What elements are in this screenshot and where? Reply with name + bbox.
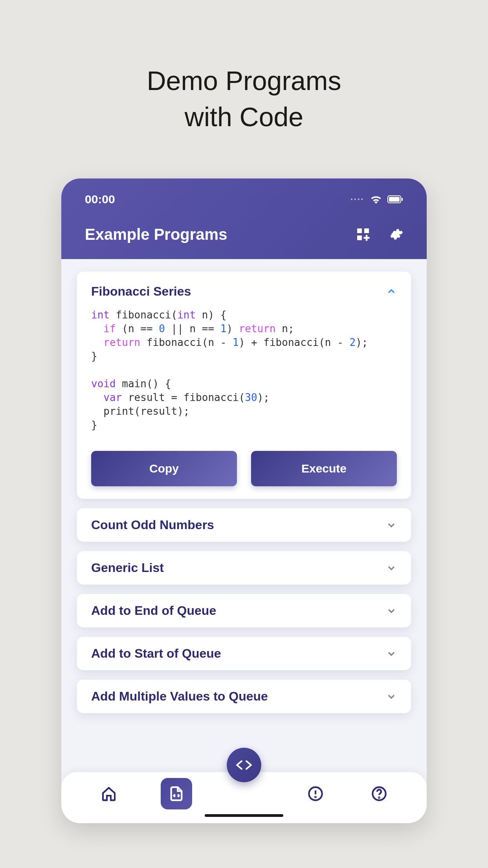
card-title: Add Multiple Values to Queue <box>91 689 268 704</box>
svg-rect-5 <box>357 235 362 240</box>
svg-point-10 <box>379 797 380 798</box>
content-area: Fibonacci Series int fibonacci(int n) { … <box>61 259 427 823</box>
svg-rect-1 <box>389 197 400 202</box>
card-title: Fibonacci Series <box>91 284 191 299</box>
phone-frame: 00:00 •••• Example Programs Fibonacci Se… <box>61 178 427 823</box>
grid-add-icon[interactable] <box>356 227 370 241</box>
svg-point-8 <box>315 796 316 797</box>
card-title: Generic List <box>91 561 164 575</box>
status-bar: 00:00 •••• <box>85 193 403 206</box>
home-indicator <box>205 814 283 817</box>
execute-button[interactable]: Execute <box>251 451 397 486</box>
program-card-collapsed[interactable]: Generic List <box>77 551 411 585</box>
svg-rect-2 <box>402 198 403 201</box>
fab-code-button[interactable] <box>227 748 261 782</box>
home-icon <box>101 786 117 802</box>
screen-title: Example Programs <box>85 226 227 243</box>
chevron-down-icon <box>386 691 397 702</box>
card-title: Add to Start of Queue <box>91 646 221 661</box>
copy-button[interactable]: Copy <box>91 451 237 486</box>
alert-circle-icon <box>308 786 323 802</box>
nav-programs[interactable] <box>161 778 192 809</box>
program-card-collapsed[interactable]: Add to End of Queue <box>77 594 411 627</box>
gear-icon[interactable] <box>389 227 403 241</box>
svg-rect-4 <box>364 228 369 233</box>
code-icon <box>235 759 253 771</box>
program-card-collapsed[interactable]: Add to Start of Queue <box>77 637 411 670</box>
status-time: 00:00 <box>85 193 115 206</box>
nav-help[interactable] <box>367 782 391 805</box>
program-card-collapsed[interactable]: Add Multiple Values to Queue <box>77 680 411 713</box>
code-block: int fibonacci(int n) { if (n == 0 || n =… <box>91 308 397 432</box>
chevron-up-icon <box>386 286 397 297</box>
wifi-icon <box>370 195 382 204</box>
program-card-collapsed[interactable]: Count Odd Numbers <box>77 508 411 542</box>
page-heading: Demo Programswith Code <box>147 63 341 135</box>
help-circle-icon <box>371 786 387 802</box>
app-header: 00:00 •••• Example Programs <box>61 178 427 259</box>
battery-icon <box>387 195 403 203</box>
card-title: Add to End of Queue <box>91 603 216 618</box>
nav-alert[interactable] <box>304 782 327 805</box>
chevron-down-icon <box>386 520 397 531</box>
card-header[interactable]: Fibonacci Series <box>91 284 397 299</box>
program-card-expanded: Fibonacci Series int fibonacci(int n) { … <box>77 272 411 499</box>
status-icons: •••• <box>350 195 403 204</box>
chevron-down-icon <box>386 605 397 616</box>
svg-rect-3 <box>357 228 362 233</box>
chevron-down-icon <box>386 648 397 659</box>
nav-home[interactable] <box>97 782 121 805</box>
file-code-icon <box>169 786 184 802</box>
signal-dots-icon: •••• <box>350 196 365 202</box>
card-title: Count Odd Numbers <box>91 518 214 532</box>
chevron-down-icon <box>386 563 397 574</box>
